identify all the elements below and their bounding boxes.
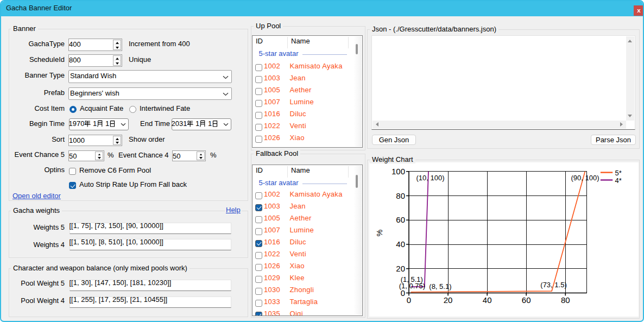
- svg-text:40: 40: [396, 239, 405, 249]
- svg-text:(90, 100): (90, 100): [571, 174, 599, 182]
- svg-text:20: 20: [396, 264, 405, 273]
- svg-text:60: 60: [396, 215, 405, 224]
- svg-text:%: %: [375, 230, 384, 236]
- svg-text:(8, 5.1): (8, 5.1): [429, 282, 451, 291]
- svg-text:60: 60: [522, 295, 531, 305]
- svg-text:20: 20: [444, 295, 453, 305]
- svg-text:(10, 100): (10, 100): [416, 174, 445, 182]
- svg-text:80: 80: [396, 191, 405, 200]
- svg-text:80: 80: [561, 295, 570, 305]
- svg-text:5*: 5*: [615, 169, 622, 177]
- svg-text:(1, 0.75): (1, 0.75): [399, 282, 425, 290]
- svg-text:0: 0: [407, 295, 411, 305]
- svg-text:(73, 1.5): (73, 1.5): [540, 281, 566, 289]
- svg-text:100: 100: [392, 167, 405, 176]
- svg-text:4*: 4*: [615, 176, 622, 185]
- svg-text:40: 40: [483, 295, 492, 305]
